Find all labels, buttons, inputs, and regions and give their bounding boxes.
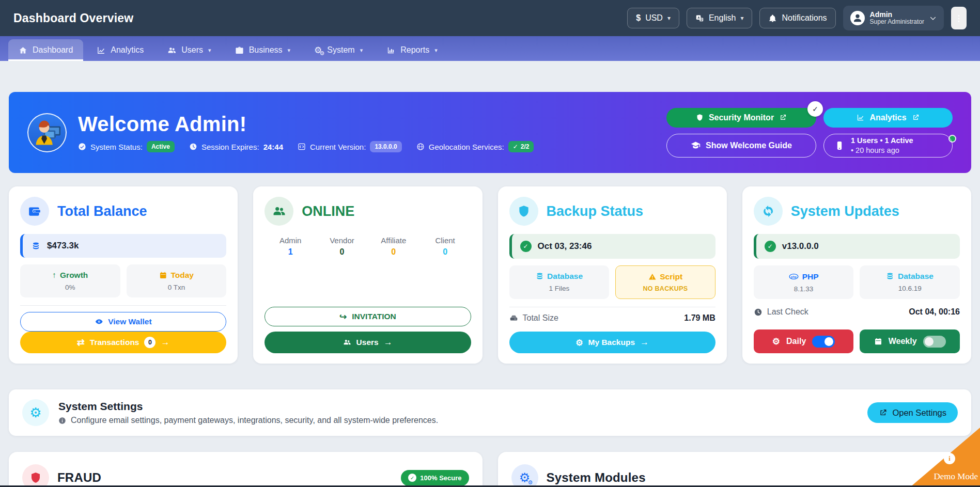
chevron-down-icon: ▾ [208, 47, 211, 54]
active-users-pill[interactable]: 1 Users • 1 Active • 20 hours ago [823, 134, 953, 158]
status-geolocation: Geolocation Services: ✓2/2 [416, 141, 534, 152]
profile-role: Super Administrator [870, 19, 924, 26]
weekly-schedule-button[interactable]: Weekly [860, 329, 960, 353]
bell-icon [768, 14, 777, 23]
code-icon [298, 143, 306, 151]
admin-avatar-illustration [28, 114, 66, 151]
profile-menu[interactable]: Admin Super Administrator [843, 6, 944, 30]
database-files: 1 Files [514, 285, 605, 292]
chevron-down-icon: ▾ [740, 14, 743, 22]
nav-item-users[interactable]: Users ▾ [157, 39, 221, 61]
check-icon: ✓ [408, 474, 416, 482]
nav-item-dashboard[interactable]: Dashboard [8, 39, 83, 61]
status-version: Current Version: 13.0.0.0 [298, 141, 402, 152]
language-dropdown[interactable]: English ▾ [687, 8, 753, 28]
bar-chart-icon [386, 46, 395, 55]
nav-item-business[interactable]: Business ▾ [225, 39, 301, 61]
page-title: Dashboard Overview [13, 11, 133, 25]
nav-item-reports[interactable]: Reports ▾ [376, 39, 448, 61]
database-icon [886, 272, 894, 280]
transactions-button[interactable]: ⇄ Transactions 0 → [20, 332, 226, 353]
currency-label: USD [645, 13, 663, 23]
users-icon [167, 46, 176, 55]
balance-amount: $473.3k [47, 241, 79, 251]
geolocation-badge: ✓2/2 [508, 141, 534, 152]
card-title: Backup Status [547, 203, 644, 219]
main-nav: Dashboard Analytics Users ▾ Business ▾ ⚙… [0, 36, 980, 61]
top-header: Dashboard Overview $ USD ▾ English ▾ Not… [0, 0, 980, 36]
stat-client-value: 0 [419, 247, 471, 257]
stat-vendor: Vendor 0 [316, 236, 368, 257]
users-button[interactable]: Users → [265, 332, 471, 353]
demo-mode-label: Demo Mode [934, 472, 978, 482]
script-box: Script NO BACKUPS [615, 265, 715, 299]
more-options-button[interactable]: ⋮ [951, 7, 967, 29]
settings-title: System Settings [58, 400, 438, 413]
session-countdown: 24:44 [263, 143, 283, 151]
stat-affiliate: Affiliate 0 [368, 236, 419, 257]
balance-amount-strip: $473.3k [20, 234, 226, 258]
status-label: Session Expires: [201, 143, 259, 151]
nav-label: Business [249, 45, 283, 55]
user-avatar-icon [850, 11, 865, 25]
security-monitor-button[interactable]: Security Monitor [666, 108, 816, 128]
version-strip: ✓ v13.0.0.0 [754, 234, 960, 259]
last-backup-date: Oct 03, 23:46 [538, 241, 592, 252]
stat-admin-value: 1 [265, 247, 316, 257]
external-link-icon [879, 409, 888, 417]
nav-item-system[interactable]: ⚙⚙ System ▾ [304, 39, 373, 61]
share-icon: ↪ [339, 311, 347, 322]
fraud-card: FRAUD ✓ 100% Secure [9, 452, 483, 487]
notifications-button[interactable]: Notifications [759, 8, 835, 28]
currency-dropdown[interactable]: $ USD ▾ [627, 8, 679, 28]
chart-line-icon [97, 46, 105, 55]
arrow-up-icon: ↑ [52, 271, 56, 280]
gear-icon: ⚙ [772, 336, 780, 347]
welcome-title: Welcome Admin! [78, 113, 534, 136]
status-label: Geolocation Services: [429, 143, 504, 151]
view-wallet-button[interactable]: View Wallet [20, 312, 226, 332]
database-box: Database 1 Files [509, 265, 610, 299]
coins-icon [31, 241, 41, 251]
nav-item-analytics[interactable]: Analytics [86, 39, 154, 61]
php-box: phpPHP 8.1.33 [754, 265, 854, 299]
card-title: Total Balance [57, 203, 147, 219]
external-link-icon [779, 114, 787, 121]
sync-icon [754, 197, 783, 226]
external-link-icon [912, 114, 920, 121]
total-balance-card: Total Balance $473.3k ↑Growth 0% Today 0… [9, 186, 238, 364]
profile-name: Admin [870, 10, 924, 19]
settings-description: Configure email settings, payment gatewa… [71, 416, 438, 425]
invitation-button[interactable]: ↪ INVITATION [265, 307, 471, 326]
weekly-toggle[interactable] [923, 336, 946, 348]
arrow-right-icon: → [384, 337, 393, 348]
card-title: ONLINE [302, 203, 354, 219]
hdd-icon [509, 314, 518, 323]
home-icon [19, 46, 27, 55]
gear-icon: ⚙ [575, 338, 583, 348]
clock-icon [754, 308, 763, 317]
version-badge: 13.0.0.0 [370, 141, 401, 152]
total-size-value: 1.79 MB [684, 313, 715, 323]
bottom-cards-row: FRAUD ✓ 100% Secure ⚙⚙ System Modules [9, 452, 971, 487]
nav-label: Analytics [111, 45, 144, 55]
gear-icon: ⚙ [22, 399, 49, 426]
my-backups-button[interactable]: ⚙ My Backups → [509, 332, 715, 353]
check-circle-icon [78, 143, 86, 151]
stat-cards-row: Total Balance $473.3k ↑Growth 0% Today 0… [9, 186, 971, 364]
show-welcome-guide-button[interactable]: Show Welcome Guide [666, 134, 816, 158]
daily-toggle[interactable] [812, 336, 835, 348]
status-label: System Status: [90, 143, 143, 151]
card-title: System Updates [791, 203, 899, 219]
wallet-icon [20, 197, 49, 226]
analytics-button[interactable]: Analytics [823, 108, 953, 128]
check-circle-icon: ✓ [765, 241, 776, 252]
db-version: 10.6.19 [864, 285, 956, 292]
eye-icon [95, 318, 103, 326]
swap-icon: ⇄ [77, 337, 85, 348]
open-settings-button[interactable]: Open Settings [867, 402, 958, 423]
chevron-down-icon [929, 14, 937, 22]
shield-icon [509, 197, 538, 226]
daily-schedule-button[interactable]: ⚙ Daily [754, 329, 854, 353]
chevron-down-icon: ▾ [288, 47, 291, 54]
